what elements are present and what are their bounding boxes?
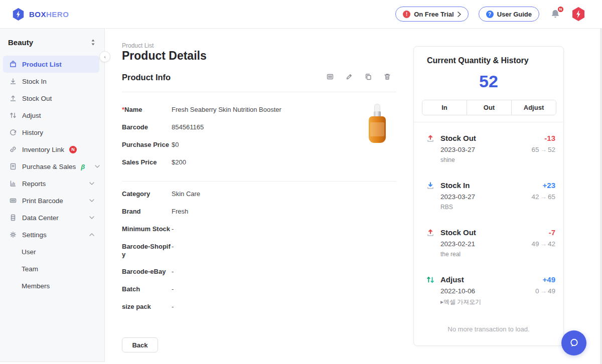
sidebar-item-data-center[interactable]: Data Center (3, 209, 99, 226)
user-guide-button[interactable]: ? User Guide (479, 7, 539, 22)
sidebar-item-print-barcode[interactable]: Print Barcode (3, 192, 99, 209)
sidebar-item-reports[interactable]: Reports (3, 175, 99, 192)
primary-fields: *Name Fresh Seaberry Skin Nutrition Boos… (122, 105, 363, 175)
field-label: size pack (122, 302, 172, 311)
quantity-history-card: Current Quantity & History 52 In Out Adj… (413, 46, 564, 346)
stock-in-icon (9, 77, 17, 85)
bar-chart-icon (9, 179, 17, 188)
field-value: $200 (172, 157, 363, 166)
sidebar-item-product-list[interactable]: Product List (3, 56, 99, 73)
field-label: Barcode-eBay (122, 267, 172, 276)
document-icon (9, 162, 17, 170)
history-entry-stock-out[interactable]: Stock Out-13 2023-03-2765→52 shine (414, 133, 563, 164)
breadcrumb[interactable]: Product List (122, 42, 154, 49)
tab-in[interactable]: In (422, 100, 467, 115)
field-row-minimum-stock: Minimum Stock - (122, 224, 363, 242)
history-entry-stock-in[interactable]: Stock In+23 2023-03-2742→65 RBS (414, 180, 563, 211)
sidebar-item-history[interactable]: History (3, 124, 99, 141)
stock-in-icon (426, 180, 436, 211)
adjust-arrows-icon (9, 111, 17, 119)
account-avatar[interactable] (571, 7, 585, 22)
field-label: Barcode-Shopify (122, 242, 172, 259)
field-row-category: Category Skin Care (122, 189, 363, 207)
sidebar-subitem-team[interactable]: Team (0, 260, 104, 277)
entry-memo: shine (440, 156, 555, 164)
notifications-bell-icon[interactable]: N (549, 8, 561, 20)
field-label: Barcode (122, 122, 172, 131)
server-icon (9, 214, 17, 222)
entry-memo: the real (440, 251, 555, 258)
field-row-barcode-ebay: Barcode-eBay - (122, 267, 363, 284)
entry-range: 49→42 (531, 240, 555, 248)
sidebar-item-label: Stock In (22, 78, 47, 85)
sidebar-collapse-button[interactable]: ‹ (99, 51, 110, 62)
sidebar-subitem-user[interactable]: User (0, 243, 104, 260)
sidebar-item-label: Reports (22, 180, 46, 188)
field-label: Minimum Stock (122, 224, 172, 233)
arrow-icon: → (539, 146, 548, 153)
sidebar-item-stock-out[interactable]: Stock Out (3, 90, 99, 107)
sidebar-item-settings[interactable]: Settings (3, 226, 99, 243)
sidebar-item-label: History (22, 129, 43, 136)
brand-wordmark: BOXHERO (29, 10, 69, 19)
product-box-icon (9, 60, 17, 68)
field-row-brand: Brand Fresh (122, 207, 363, 224)
sidebar-item-label: Purchase & Sales (22, 163, 76, 170)
beta-badge: β (81, 163, 85, 170)
chat-support-button[interactable] (561, 330, 586, 355)
boxhero-logo[interactable]: BOXHERO (12, 8, 69, 21)
history-list: Stock Out-13 2023-03-2765→52 shine Stock… (414, 122, 563, 333)
field-row-purchase-price: Purchase Price $0 (122, 140, 363, 157)
field-label: Brand (122, 207, 172, 216)
tab-out[interactable]: Out (467, 100, 511, 115)
history-filter-tabs: In Out Adjust (422, 100, 556, 115)
back-button[interactable]: Back (122, 337, 158, 352)
sidebar-item-adjust[interactable]: Adjust (3, 107, 99, 124)
sidebar-item-label: Stock Out (22, 95, 52, 102)
history-end-message: No more transaction to load. (414, 325, 563, 333)
product-actions (326, 73, 391, 81)
entry-amount: +49 (543, 275, 555, 284)
delete-trash-icon[interactable] (383, 73, 391, 81)
free-trial-label: On Free Trial (414, 11, 454, 18)
duplicate-icon[interactable] (364, 73, 372, 81)
chevron-up-icon (89, 233, 94, 236)
workspace-name: Beauty (8, 38, 33, 47)
dropper-bulb (374, 104, 380, 112)
sidebar-item-stock-in[interactable]: Stock In (3, 73, 99, 90)
sidebar-item-label: Print Barcode (22, 197, 63, 205)
divider (122, 92, 396, 92)
sub-item-label: Members (22, 282, 50, 290)
sidebar-item-label: Inventory Link (22, 146, 64, 153)
free-trial-button[interactable]: ! On Free Trial (395, 7, 468, 22)
history-entry-stock-out[interactable]: Stock Out-7 2023-02-2149→42 the real (414, 228, 563, 258)
gear-icon (9, 231, 17, 239)
sidebar-item-inventory-link[interactable]: Inventory Link N (3, 141, 99, 158)
entry-range: 65→52 (531, 146, 555, 153)
field-row-barcode-shopify: Barcode-Shopify - (122, 242, 363, 267)
entry-date: 2022-10-06 (440, 287, 475, 295)
link-icon (9, 145, 17, 153)
print-label-icon[interactable] (326, 73, 334, 81)
page-title: Product Details (122, 49, 207, 63)
scrollbar-track[interactable] (600, 29, 602, 364)
divider (122, 181, 396, 181)
edit-pencil-icon[interactable] (345, 73, 353, 81)
chevron-down-icon (89, 182, 94, 185)
sidebar-item-purchase-sales[interactable]: Purchase & Sales β (3, 158, 99, 175)
entry-memo: RBS (440, 204, 555, 211)
sidebar-item-label: Product List (22, 61, 62, 68)
history-entry-adjust[interactable]: Adjust+49 2022-10-060→49 ▸엑셀 가져오기 (414, 275, 563, 305)
chevron-down-icon (89, 199, 94, 202)
sub-item-label: User (22, 248, 36, 256)
entry-date: 2023-03-27 (440, 193, 475, 201)
field-row-name: *Name Fresh Seaberry Skin Nutrition Boos… (122, 105, 363, 122)
workspace-selector[interactable]: Beauty (0, 29, 104, 56)
field-value: Fresh (172, 207, 363, 216)
chat-bubble-icon (568, 337, 580, 349)
product-image[interactable] (368, 104, 387, 144)
tab-adjust[interactable]: Adjust (511, 100, 556, 115)
sidebar-subitem-members[interactable]: Members (0, 277, 104, 294)
stock-out-icon (426, 133, 436, 164)
entry-date: 2023-03-27 (440, 146, 475, 153)
